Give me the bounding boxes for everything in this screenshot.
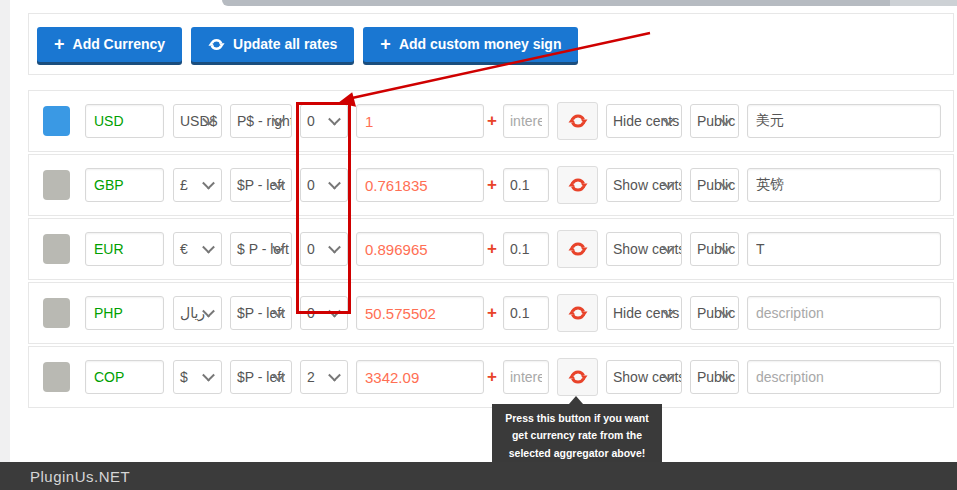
currency-symbol-select[interactable]: €	[173, 232, 222, 266]
currency-symbol-select[interactable]: ريال	[173, 296, 222, 330]
decimals-value: 0	[307, 305, 315, 321]
decimals-select[interactable]: 0	[300, 104, 348, 138]
rate-input[interactable]	[356, 104, 484, 138]
interest-input[interactable]	[503, 104, 549, 138]
currency-code-input[interactable]	[85, 232, 164, 266]
currency-symbol-select[interactable]: USD$	[173, 104, 222, 138]
visibility-select[interactable]: Public	[690, 360, 739, 394]
plus-icon: +	[487, 175, 497, 195]
cents-select[interactable]: Show cents	[606, 232, 682, 266]
cents-select[interactable]: Hide cents	[606, 296, 682, 330]
plus-icon: +	[487, 303, 497, 323]
currency-row: $ $P - left 2 + Show cents Public	[28, 346, 954, 408]
refresh-icon	[568, 239, 588, 259]
symbol-position-select[interactable]: $ P - left	[230, 232, 292, 266]
currency-symbol-value: ريال	[180, 305, 205, 321]
decimals-select[interactable]: 0	[300, 168, 348, 202]
visibility-select[interactable]: Public	[690, 296, 739, 330]
currency-color-swatch[interactable]	[43, 234, 70, 264]
currency-symbol-value: $	[180, 369, 188, 385]
rate-input[interactable]	[356, 232, 484, 266]
description-input[interactable]	[747, 104, 941, 138]
rate-input[interactable]	[356, 168, 484, 202]
visibility-select[interactable]: Public	[690, 232, 739, 266]
currency-symbol-select[interactable]: $	[173, 360, 222, 394]
top-scrollbar[interactable]	[222, 0, 957, 6]
chevron-down-icon	[328, 177, 341, 190]
currency-row: € $ P - left 0 + Show cents Public	[28, 218, 954, 280]
currency-color-swatch[interactable]	[43, 362, 70, 392]
symbol-position-select[interactable]: $P - left	[230, 360, 292, 394]
add-currency-button[interactable]: + Add Currency	[37, 27, 182, 62]
currency-symbol-value: £	[180, 177, 188, 193]
currency-code-input[interactable]	[85, 360, 164, 394]
add-currency-label: Add Currency	[73, 36, 166, 52]
add-custom-money-sign-button[interactable]: + Add custom money sign	[363, 27, 578, 62]
currency-symbol-select[interactable]: £	[173, 168, 222, 202]
interest-input[interactable]	[503, 168, 549, 202]
currency-row: ريال $P - left 0 + Hide cents Public	[28, 282, 954, 344]
cents-select[interactable]: Show cents	[606, 360, 682, 394]
plus-icon: +	[54, 35, 65, 53]
chevron-down-icon	[202, 369, 215, 382]
currency-row: £ $P - left 0 + Show cents Public	[28, 154, 954, 216]
tooltip: Press this button if you want get curren…	[492, 404, 662, 462]
decimals-value: 2	[307, 369, 315, 385]
currency-row: USD$ P$ - right 0 + Hide cents Public	[28, 90, 954, 152]
symbol-position-select[interactable]: $P - left	[230, 168, 292, 202]
symbol-position-select[interactable]: P$ - right	[230, 104, 292, 138]
footer-bar: PluginUs.NET	[0, 462, 957, 490]
update-all-rates-label: Update all rates	[233, 36, 337, 52]
chevron-down-icon	[202, 177, 215, 190]
plus-icon: +	[487, 367, 497, 387]
chevron-down-icon	[328, 305, 341, 318]
page-left-gutter	[0, 0, 10, 462]
cents-select[interactable]: Show cents	[606, 168, 682, 202]
update-all-rates-button[interactable]: Update all rates	[191, 27, 354, 62]
description-input[interactable]	[747, 360, 941, 394]
currency-color-swatch[interactable]	[43, 170, 70, 200]
decimals-select[interactable]: 0	[300, 232, 348, 266]
visibility-select[interactable]: Public	[690, 168, 739, 202]
cents-select[interactable]: Hide cents	[606, 104, 682, 138]
plus-icon: +	[487, 239, 497, 259]
currency-code-input[interactable]	[85, 296, 164, 330]
top-scrollbar-track	[890, 0, 957, 6]
currency-code-input[interactable]	[85, 104, 164, 138]
update-rate-button[interactable]	[557, 102, 598, 140]
update-rate-button[interactable]	[557, 294, 598, 332]
add-custom-money-sign-label: Add custom money sign	[399, 36, 562, 52]
update-rate-button[interactable]	[557, 166, 598, 204]
currency-color-swatch[interactable]	[43, 298, 70, 328]
decimals-select[interactable]: 0	[300, 296, 348, 330]
plus-icon: +	[487, 111, 497, 131]
rate-input[interactable]	[356, 296, 484, 330]
currency-code-input[interactable]	[85, 168, 164, 202]
visibility-select[interactable]: Public	[690, 104, 739, 138]
description-input[interactable]	[747, 232, 941, 266]
currency-color-swatch[interactable]	[43, 106, 70, 136]
symbol-position-value: P$ - right	[237, 113, 292, 129]
interest-input[interactable]	[503, 232, 549, 266]
brand-watermark: PluginUs.NET	[30, 468, 130, 485]
rate-input[interactable]	[356, 360, 484, 394]
tooltip-pointer	[569, 396, 583, 404]
currency-toolbar: + Add Currency Update all rates + Add cu…	[28, 13, 954, 75]
refresh-icon	[568, 111, 588, 131]
decimals-value: 0	[307, 113, 315, 129]
decimals-value: 0	[307, 241, 315, 257]
refresh-icon	[568, 175, 588, 195]
decimals-select[interactable]: 2	[300, 360, 348, 394]
description-input[interactable]	[747, 168, 941, 202]
description-input[interactable]	[747, 296, 941, 330]
refresh-icon	[208, 36, 225, 53]
update-rate-button[interactable]	[557, 230, 598, 268]
tooltip-text: Press this button if you want get curren…	[505, 412, 649, 459]
interest-input[interactable]	[503, 296, 549, 330]
refresh-icon	[568, 367, 588, 387]
chevron-down-icon	[202, 241, 215, 254]
symbol-position-select[interactable]: $P - left	[230, 296, 292, 330]
plus-icon: +	[380, 35, 391, 53]
interest-input[interactable]	[503, 360, 549, 394]
update-rate-button[interactable]	[557, 358, 598, 396]
